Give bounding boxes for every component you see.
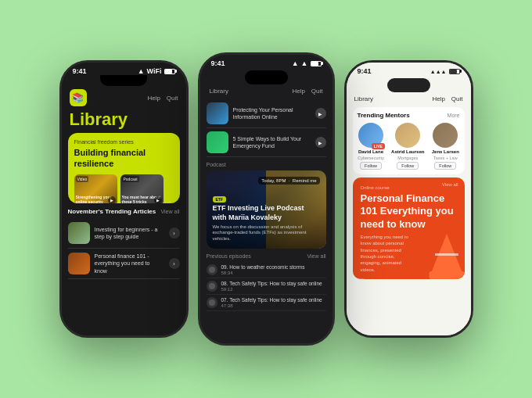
article-text-1: Investing for beginners - a step by step… [95, 226, 164, 240]
nav-library-center[interactable]: Library [210, 88, 228, 95]
episode-item-3[interactable]: 07. Tech Safety Tips: How to stay safe o… [207, 295, 326, 311]
trending-header: November's Trending Articles View all [68, 208, 180, 215]
podcast-thumb[interactable]: Podcast You must hear about these 5 tric… [120, 174, 164, 203]
podcast-info-2: 5 Simple Ways to Build Your Emergency Fu… [233, 135, 311, 149]
quit-link-right[interactable]: Quit [451, 95, 463, 102]
live-badge-1: LIVE [372, 143, 385, 149]
episodes-label: Previous episodes [207, 253, 251, 259]
follow-btn-3[interactable]: Follow [434, 162, 456, 170]
phone-left: 9:41 ▲ WiFi 📚 Help Quit Library Financia… [59, 60, 189, 338]
status-bar-right: 9:41 ▲▲▲ [347, 63, 471, 77]
app-icon-left: 📚 [70, 89, 87, 106]
phone-center: 9:41 ▲ ▲ Library Help Quit [198, 52, 335, 346]
status-icons-right: ▲▲▲ [430, 69, 460, 74]
article-arrow-2[interactable]: › [169, 258, 180, 269]
trending-title: November's Trending Articles [68, 208, 156, 215]
signal-icon-r: ▲▲▲ [430, 69, 447, 74]
course-view-all[interactable]: View all [442, 182, 458, 187]
banner-desc: We focus on the discussion and analysis … [213, 224, 320, 242]
quit-link-center[interactable]: Quit [311, 88, 323, 95]
course-cone [426, 224, 465, 279]
ep-info-3: 07. Tech Safety Tips: How to stay safe o… [221, 297, 326, 308]
episode-item-1[interactable]: 09. How to weather economic storms 58:34 [207, 262, 326, 278]
mentor-avatar-1: LIVE [358, 123, 383, 148]
mentors-section: Trending Mentors More LIVE David Lane Cy… [353, 107, 465, 174]
view-all-link-left[interactable]: View all [161, 209, 180, 214]
podcast-type-label: Podcast [122, 176, 139, 182]
time-right: 9:41 [358, 67, 372, 75]
help-link-center[interactable]: Help [292, 88, 304, 95]
podcast-section-label: Podcast [200, 160, 332, 169]
dynamic-island-right [387, 78, 430, 92]
ep-duration-1: 58:34 [221, 271, 326, 275]
ep-duration-3: 47:38 [221, 303, 326, 308]
header-links-left: Help Quit [147, 95, 178, 102]
page-title-left: Library [62, 108, 186, 133]
mentor-item-3: Jens Larsen Taxes + Law Follow [432, 123, 459, 170]
mentor-item-1: LIVE David Lane Cybersecurity Follow [358, 123, 384, 170]
episodes-section: Previous episodes View all 09. How to we… [200, 250, 332, 314]
ep-title-2: 08. Tech Safety Tips: How to stay safe o… [221, 281, 326, 286]
course-desc: Everything you need to know about person… [361, 234, 414, 273]
nav-links-center: Help Quit [292, 88, 322, 95]
play-podcast-button[interactable]: ▶ [154, 196, 162, 203]
podcast-item-1[interactable]: Protecting Your Personal Information Onl… [207, 99, 326, 128]
series-card[interactable]: Financial freedom series Building financ… [68, 133, 180, 203]
mentors-header: Trending Mentors More [358, 112, 460, 119]
banner-reminder[interactable]: Remind me [293, 178, 317, 183]
article-item-2[interactable]: Personal finance 101 - everything you ne… [68, 249, 180, 279]
article-text-2: Personal finance 101 - everything you ne… [95, 253, 164, 274]
podcast-title-2: 5 Simple Ways to Build Your Emergency Fu… [233, 135, 311, 149]
mentors-row: LIVE David Lane Cybersecurity Follow Ast… [358, 123, 460, 170]
quit-link-left[interactable]: Quit [167, 95, 178, 102]
podcast-arrow-1[interactable]: ▶ [315, 108, 326, 119]
podcast-item-2[interactable]: 5 Simple Ways to Build Your Emergency Fu… [207, 128, 326, 157]
follow-btn-2[interactable]: Follow [397, 162, 419, 170]
ep-info-1: 09. How to weather economic storms 58:34 [221, 264, 326, 275]
left-screen: 9:41 ▲ WiFi 📚 Help Quit Library Financia… [62, 63, 186, 335]
banner-timing: Today, 8PM [261, 178, 286, 183]
mentor-specialty-1: Cybersecurity [358, 156, 384, 160]
follow-btn-1[interactable]: Follow [360, 162, 382, 170]
nav-library-right[interactable]: Library [354, 95, 373, 102]
episodes-view-all[interactable]: View all [307, 253, 326, 259]
dynamic-island [245, 70, 288, 84]
center-nav: Library Help Quit [200, 84, 332, 96]
mentor-name-3: Jens Larsen [432, 149, 459, 154]
video-thumb[interactable]: Video Strengthening your online security… [74, 174, 117, 203]
mentor-avatar-2 [395, 123, 420, 148]
nav-links-right: Help Quit [432, 95, 462, 102]
ep-info-2: 08. Tech Safety Tips: How to stay safe o… [221, 281, 326, 292]
ep-title-3: 07. Tech Safety Tips: How to stay safe o… [221, 297, 326, 303]
mentor-name-2: Astrid Laursen [391, 149, 424, 154]
right-nav: Library Help Quit [347, 92, 471, 104]
center-screen: 9:41 ▲ ▲ Library Help Quit [200, 55, 332, 343]
time-center: 9:41 [211, 59, 225, 67]
play-video-button[interactable]: ▶ [108, 196, 116, 203]
right-screen: 9:41 ▲▲▲ Library Help Quit Trending Ment… [347, 63, 471, 335]
ep-num-3 [207, 297, 217, 308]
help-link-right[interactable]: Help [432, 95, 444, 102]
signal-icon-c: ▲ [292, 59, 299, 67]
cone-base [430, 271, 465, 279]
series-label: Financial freedom series [74, 139, 174, 145]
status-icons-left: ▲ WiFi [138, 67, 175, 75]
mentor-item-2: Astrid Laursen Mortgages Follow [391, 123, 424, 170]
status-icons-center: ▲ ▲ [292, 59, 322, 67]
cone-stripe [435, 253, 458, 256]
episodes-header: Previous episodes View all [207, 253, 326, 259]
ep-num-1 [207, 264, 217, 275]
course-card[interactable]: View all Online course Personal Finance … [353, 177, 465, 279]
podcast-thumb-2 [207, 131, 228, 153]
episode-item-2[interactable]: 08. Tech Safety Tips: How to stay safe o… [207, 278, 326, 295]
article-arrow-1[interactable]: › [169, 228, 180, 238]
podcast-arrow-2[interactable]: ▶ [315, 137, 326, 148]
podcast-banner[interactable]: Today, 8PM · Remind me ETF ETF Investing… [207, 170, 326, 249]
mentors-more[interactable]: More [448, 113, 460, 118]
article-item-1[interactable]: Investing for beginners - a step by step… [68, 218, 180, 249]
video-type-label: Video [76, 176, 89, 182]
ep-title-1: 09. How to weather economic storms [221, 264, 326, 270]
notch-left [100, 75, 147, 86]
help-link-left[interactable]: Help [147, 95, 160, 102]
podcast-list: Protecting Your Personal Information Onl… [200, 96, 332, 160]
